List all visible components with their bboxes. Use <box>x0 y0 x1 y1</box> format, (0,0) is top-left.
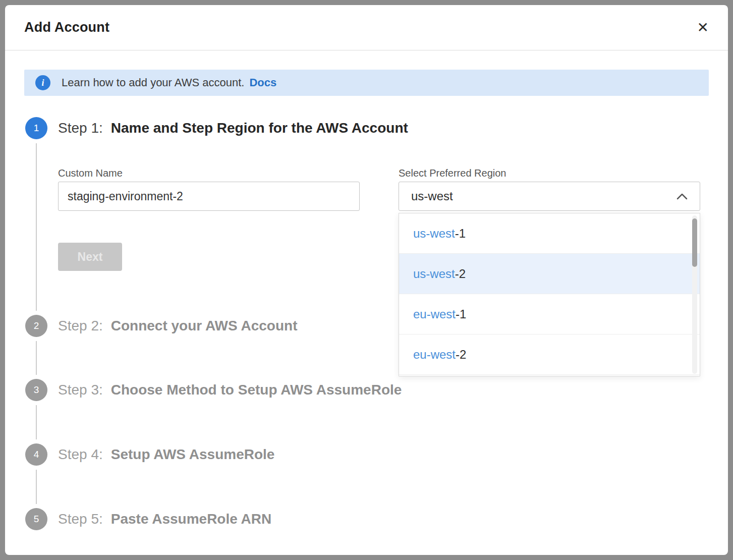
step-connector-3-4 <box>36 405 37 439</box>
add-account-modal: Add Account ✕ i Learn how to add your AW… <box>5 5 728 555</box>
step-connector-4-5 <box>36 470 37 504</box>
info-icon: i <box>35 75 50 90</box>
option-match-text: eu-west <box>413 307 456 321</box>
region-select-value: us-west <box>411 189 453 203</box>
step-2-title: Connect your AWS Account <box>111 318 298 334</box>
step-3-title: Choose Method to Setup AWS AssumeRole <box>111 382 402 398</box>
option-match-text: eu-west <box>413 348 456 362</box>
step-2-prefix: Step 2: <box>58 318 103 334</box>
step-1-title: Name and Step Region for the AWS Account <box>111 120 408 136</box>
step-3-circle: 3 <box>25 379 47 401</box>
chevron-up-icon <box>676 193 688 200</box>
step-3-prefix: Step 3: <box>58 382 103 398</box>
modal-header: Add Account ✕ <box>5 5 728 50</box>
step-1-circle: 1 <box>25 117 47 139</box>
step-5-heading: Step 5: Paste AssumeRole ARN <box>58 508 271 530</box>
next-button[interactable]: Next <box>58 243 122 271</box>
step-4-heading: Step 4: Setup AWS AssumeRole <box>58 443 274 466</box>
step-3-heading: Step 3: Choose Method to Setup AWS Assum… <box>58 379 402 401</box>
info-banner: i Learn how to add your AWS account. Doc… <box>24 70 709 96</box>
step-4-number: 4 <box>34 449 39 460</box>
step-1-heading: Step 1: Name and Step Region for the AWS… <box>58 117 408 139</box>
option-rest-text: -2 <box>456 348 466 362</box>
step-5-number: 5 <box>34 514 39 525</box>
step-1-prefix: Step 1: <box>58 120 103 136</box>
step-1-number: 1 <box>34 123 39 134</box>
page-title: Add Account <box>24 20 109 35</box>
step-3-number: 3 <box>34 384 39 396</box>
close-icon[interactable]: ✕ <box>697 21 709 35</box>
step-5-circle: 5 <box>25 508 47 530</box>
step-connector-1-2 <box>36 143 37 311</box>
custom-name-label: Custom Name <box>58 167 123 179</box>
step-4-title: Setup AWS AssumeRole <box>111 446 275 463</box>
custom-name-input[interactable] <box>58 182 360 211</box>
step-2-number: 2 <box>34 320 39 331</box>
region-label: Select Preferred Region <box>399 167 506 179</box>
option-rest-text: -2 <box>455 267 466 281</box>
step-5-title: Paste AssumeRole ARN <box>111 511 271 527</box>
dropdown-scrollbar-track <box>692 215 697 374</box>
region-option-eu-west-1[interactable]: eu-west-1 <box>399 294 700 334</box>
step-connector-2-3 <box>36 341 37 375</box>
step-4-circle: 4 <box>25 443 47 466</box>
step-4-prefix: Step 4: <box>58 446 103 463</box>
option-match-text: us-west <box>413 227 455 241</box>
region-dropdown: us-west-1 us-west-2 eu-west-1 eu-west-2 <box>399 213 700 376</box>
step-5-prefix: Step 5: <box>58 511 103 527</box>
option-rest-text: -1 <box>456 307 466 321</box>
region-option-us-west-1[interactable]: us-west-1 <box>399 213 700 254</box>
region-option-us-west-2[interactable]: us-west-2 <box>399 254 700 294</box>
option-rest-text: -1 <box>455 227 466 241</box>
step-2-heading: Step 2: Connect your AWS Account <box>58 315 297 337</box>
region-option-eu-west-2[interactable]: eu-west-2 <box>399 334 700 375</box>
banner-text: Learn how to add your AWS account. <box>62 76 244 89</box>
region-select[interactable]: us-west <box>399 182 700 211</box>
step-2-circle: 2 <box>25 315 47 337</box>
dropdown-scrollbar-thumb[interactable] <box>692 218 697 267</box>
docs-link[interactable]: Docs <box>249 76 276 89</box>
option-match-text: us-west <box>413 267 455 281</box>
